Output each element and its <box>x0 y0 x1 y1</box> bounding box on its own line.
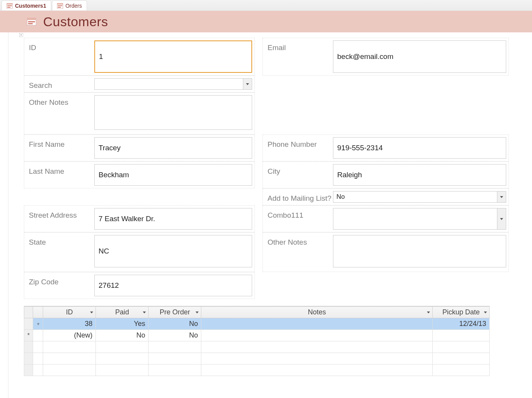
expand-row-icon[interactable]: + <box>33 318 43 330</box>
combo111-input[interactable] <box>333 208 497 230</box>
label-id: ID <box>25 40 94 52</box>
svg-rect-5 <box>57 3 63 5</box>
expand-record-icon[interactable]: + <box>19 33 23 37</box>
zip-field[interactable] <box>94 275 252 296</box>
label-other-notes: Other Notes <box>25 95 94 107</box>
cell-notes[interactable] <box>201 318 433 330</box>
chevron-down-icon[interactable] <box>427 311 430 313</box>
form-icon <box>57 3 63 8</box>
cell-pickup[interactable]: 12/24/13 <box>433 318 490 330</box>
cell-paid[interactable]: Yes <box>96 318 149 330</box>
subdatasheet: ID Paid Pre Order Notes Pickup Date +38Y… <box>24 306 490 376</box>
other-notes-field-2[interactable] <box>333 235 506 267</box>
cell-preorder[interactable]: No <box>149 318 201 330</box>
cell-pickup[interactable] <box>433 330 490 341</box>
table-row[interactable]: +38YesNo12/24/13 <box>24 318 490 330</box>
tab-orders[interactable]: Orders <box>52 0 87 10</box>
form-large-icon <box>27 18 36 25</box>
label-other-notes-2: Other Notes <box>264 235 333 247</box>
svg-rect-1 <box>7 3 13 5</box>
tab-label: Orders <box>65 3 82 9</box>
chevron-down-icon[interactable] <box>497 191 506 203</box>
svg-rect-6 <box>58 5 62 6</box>
record-selector-rail[interactable] <box>0 32 8 398</box>
tab-label: Customers1 <box>15 3 46 9</box>
tab-customers1[interactable]: Customers1 <box>2 0 51 10</box>
cell-id[interactable]: 38 <box>43 318 96 330</box>
col-header-notes[interactable]: Notes <box>201 307 433 318</box>
col-header-paid[interactable]: Paid <box>96 307 149 318</box>
svg-rect-11 <box>28 23 33 24</box>
chevron-down-icon[interactable] <box>497 208 506 230</box>
expand-column <box>33 307 43 318</box>
label-city: City <box>264 164 333 176</box>
last-name-field[interactable] <box>94 164 252 186</box>
svg-rect-10 <box>28 21 35 22</box>
table-row-empty[interactable] <box>24 364 490 376</box>
chevron-down-icon[interactable] <box>90 311 93 313</box>
row-selector[interactable]: * <box>24 330 33 341</box>
search-combo[interactable] <box>94 78 252 90</box>
col-header-id[interactable]: ID <box>43 307 96 318</box>
mailing-value[interactable] <box>333 191 497 203</box>
phone-field[interactable] <box>333 137 506 159</box>
label-mailing: Add to Mailing List? <box>264 191 333 203</box>
label-combo111: Combo111 <box>264 208 333 220</box>
cell-preorder[interactable]: No <box>149 330 201 341</box>
table-row-empty[interactable] <box>24 341 490 353</box>
label-state: State <box>25 235 94 247</box>
cell-id[interactable]: (New) <box>43 330 96 341</box>
row-selector[interactable] <box>24 318 33 330</box>
svg-rect-2 <box>7 5 12 6</box>
label-search: Search <box>25 78 94 90</box>
page-title: Customers <box>43 14 108 29</box>
svg-rect-7 <box>58 7 61 8</box>
cell-paid[interactable]: No <box>96 330 149 341</box>
col-header-pickup[interactable]: Pickup Date <box>433 307 490 318</box>
form-body: + ID Email Search <box>8 32 532 398</box>
mailing-combo[interactable] <box>333 191 506 203</box>
chevron-down-icon[interactable] <box>484 311 487 313</box>
cell-notes[interactable] <box>201 330 433 341</box>
select-all-rows[interactable] <box>24 307 33 318</box>
street-field[interactable] <box>94 208 252 230</box>
id-field[interactable] <box>94 40 252 73</box>
svg-rect-9 <box>27 18 36 20</box>
label-phone: Phone Number <box>264 137 333 149</box>
chevron-down-icon[interactable] <box>243 78 252 90</box>
chevron-down-icon[interactable] <box>143 311 146 313</box>
email-field[interactable] <box>333 40 506 73</box>
other-notes-field[interactable] <box>94 95 252 130</box>
state-field[interactable] <box>94 235 252 267</box>
first-name-field[interactable] <box>94 137 252 159</box>
expand-row-icon[interactable] <box>33 330 43 341</box>
label-first-name: First Name <box>25 137 94 149</box>
label-email: Email <box>264 40 333 52</box>
combo111[interactable] <box>333 208 506 230</box>
col-header-preorder[interactable]: Pre Order <box>149 307 201 318</box>
label-zip: Zip Code <box>25 275 94 286</box>
city-field[interactable] <box>333 164 506 186</box>
table-row-empty[interactable] <box>24 353 490 364</box>
document-tabs: Customers1 Orders <box>0 0 532 11</box>
form-icon <box>7 3 13 8</box>
chevron-down-icon[interactable] <box>196 311 199 313</box>
label-last-name: Last Name <box>25 164 94 176</box>
label-street: Street Address <box>25 208 94 220</box>
search-input[interactable] <box>94 78 243 90</box>
table-row[interactable]: *(New)NoNo <box>24 330 490 341</box>
svg-rect-3 <box>7 7 10 8</box>
form-header: Customers <box>0 11 532 32</box>
